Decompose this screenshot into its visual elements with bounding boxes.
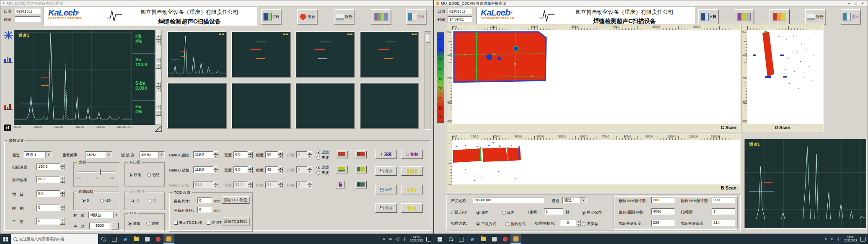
tray-volume-icon[interactable]: ◁) [395,237,399,241]
gate-a-alarm-spinner[interactable]: ▲▼ [307,151,312,158]
pixel-field[interactable]: 1 [544,208,563,215]
reading-sba-spinner[interactable]: ▲▼ [156,81,161,92]
left-toolbar-report-button[interactable]: 报告 [334,9,354,24]
gate-a-start-field[interactable]: 119.0 [193,151,213,158]
scan-depth-field[interactable]: 130.6 [36,164,60,170]
panel-scrollbar[interactable] [425,31,431,130]
tray-ime-indicator[interactable]: 中 [837,236,841,242]
rev-pulse-field[interactable]: 4096 [651,208,675,215]
right-toolbar-cscan-button[interactable] [770,9,790,24]
refresh-icon[interactable]: ↺ [4,125,11,131]
tray-ime-indicator[interactable]: 中 [403,236,407,242]
row-gap-field[interactable]: 1 [712,208,735,215]
gate-b-alarm-spinner[interactable]: ▲▼ [307,166,312,173]
task-view-button[interactable] [456,234,467,244]
restore-button[interactable]: ⬇ 还原 [375,150,397,159]
reading-ha-spinner[interactable]: ▲▼ [156,105,161,116]
gate-c-start-spinner[interactable]: ▲▼ [213,182,218,188]
suppress-field[interactable]: 0 [560,220,576,226]
gate-a-style-button[interactable] [355,151,367,158]
gate-c-width-field[interactable]: 25.0 [233,182,248,188]
pulse-shift-field[interactable]: 80.0 [36,176,60,183]
mini-panel-6[interactable] [231,83,291,129]
taskbar-edge[interactable]: e [120,234,131,244]
action-center-icon[interactable] [426,237,431,241]
replay-button-3[interactable] [401,203,423,213]
taskbar-edge[interactable]: e [467,234,478,244]
gate-b-amp-spinner[interactable]: ▲▼ [278,166,283,173]
left-toolbar-exit-button[interactable]: 退出 [406,9,426,24]
prf-select[interactable]: 1KHz▼ [85,151,112,158]
tx-dual-radio[interactable]: 双 [148,198,157,204]
right-ascan-display[interactable]: 通道1 [744,139,867,228]
mini-panel-8[interactable] [360,83,419,129]
gain-field[interactable]: 9.0 [36,190,60,197]
ascan-display[interactable]: 通道1 [14,30,132,125]
gate-c-alarm-spinner[interactable]: ▲▼ [307,182,312,188]
bscan-panel[interactable]: 0.0 100.0 200.0 300.0 400.0 500.0 600.0 … [446,134,741,192]
reject-field[interactable]: 0 [36,205,60,211]
bottom-channel-select[interactable]: 通道 1▼ [562,197,587,203]
taskbar-search[interactable]: 在这里输入你要搜索的内容 [11,234,98,244]
mini-panel-7[interactable] [295,83,355,129]
start-button[interactable] [0,234,11,244]
atten-0-radio[interactable]: 0 [82,198,89,202]
tray-chevron-icon[interactable]: ∧ [824,237,827,241]
gate-b-width-field[interactable]: 6.0 [233,166,248,173]
gate-b-start-field[interactable]: 119.0 [193,166,213,173]
gate-c-width-spinner[interactable]: ▲▼ [248,182,253,188]
left-toolbar-cscan-button[interactable]: C扫 [261,9,281,24]
cortana-button[interactable] [98,234,109,244]
histogram-red-icon[interactable] [4,101,13,110]
gate-b-start-spinner[interactable]: ▲▼ [213,166,218,173]
ascan-standard-radio[interactable]: 标准 [129,172,141,178]
replay-button-2[interactable] [401,185,423,194]
channel-select[interactable]: 通道 1▼ [24,151,52,158]
task-view-button[interactable] [109,234,120,244]
gain-spinner[interactable]: ▲▼ [60,190,65,197]
atten-20-radio[interactable]: -20 [100,198,111,202]
smooth-spinner[interactable]: ▲▼ [60,218,65,225]
gate-b-alarm-field[interactable]: 0 [296,166,307,173]
right-toolbar-bscan-button[interactable] [734,9,754,24]
gate-c-amp-field[interactable]: 24 [265,182,278,188]
taskbar-app-active[interactable] [510,234,521,244]
velocity-field[interactable]: 5920 [89,223,110,229]
left-toolbar-palette-button[interactable] [371,9,391,24]
height-field[interactable]: 214 [712,220,735,226]
chevron-down-icon[interactable]: ▼ [580,197,586,203]
tx-single-radio[interactable]: 单 [131,198,140,204]
taskbar-clock[interactable]: 14:09 2022/2/13 [410,236,423,242]
filter-select[interactable]: 4MHz▼ [140,151,165,158]
maximize-button[interactable]: □ [852,1,859,6]
autosave-radio[interactable]: 自动保存 [582,210,602,215]
scale-slider-handle[interactable] [97,169,101,175]
angle-ruler-icon[interactable] [155,125,162,132]
gate-a-amp-field[interactable]: 50 [265,151,278,158]
freeze-icon[interactable] [4,31,13,40]
product-name-field[interactable]: HB001002 [473,197,544,203]
mini-panel-1[interactable] [167,31,227,78]
taskbar-explorer[interactable] [131,234,142,244]
mini-panel-5[interactable] [167,83,227,129]
gate-a-start-spinner[interactable]: ▲▼ [213,151,218,158]
dscan-panel[interactable]: 0.0 100.0 200.0 300.0 400.0 [741,24,824,132]
gate-b-enter-radio[interactable]: 进波 [316,165,329,170]
tcg-clear-button[interactable]: 清除TCG数据 [222,218,249,225]
tray-network-icon[interactable]: ⊕ [389,237,392,241]
gate-c-style-button[interactable] [355,181,367,188]
tcg-hole-field[interactable]: 0 [197,207,212,213]
start-button[interactable] [434,234,445,244]
mini-panel-2[interactable] [231,31,291,78]
taskbar-explorer[interactable] [478,234,489,244]
nosave-radio[interactable]: 不保存 [582,221,598,227]
tray-chevron-icon[interactable]: ∧ [383,237,386,241]
gate-b-loss-radio[interactable]: 失波 [316,170,329,176]
mode-rotate-radio[interactable]: 旋转方式 [505,221,526,227]
histogram-blue-icon[interactable] [4,54,13,63]
gate-c-alarm-field[interactable]: 0 [296,182,307,188]
tcg-add-button[interactable]: 添加TCG取值 [222,196,249,204]
velocity-browse-button[interactable]: ⋯ [111,223,119,229]
ascan-envelope-radio[interactable]: 包络 [147,172,160,178]
right-toolbar-report-button[interactable]: 报告 [805,9,825,24]
